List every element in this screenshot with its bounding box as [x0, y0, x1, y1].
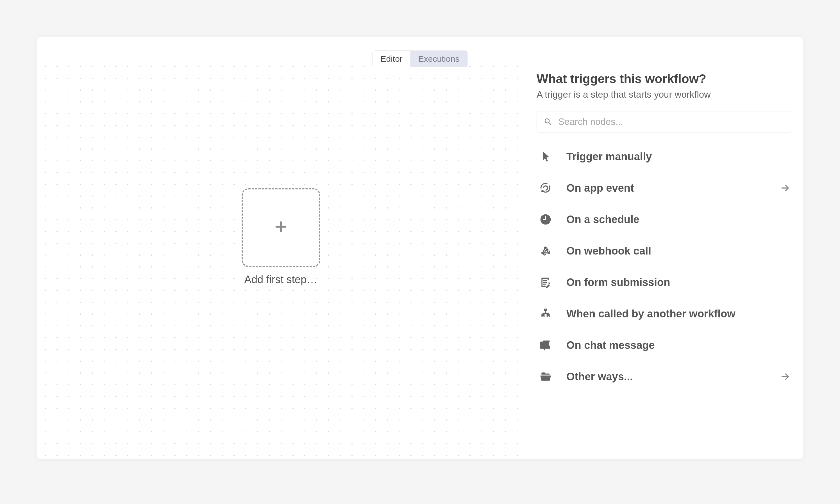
cursor-icon — [539, 150, 552, 163]
trigger-item-label: On webhook call — [566, 245, 790, 257]
trigger-item-label: On form submission — [566, 276, 790, 288]
add-first-step-container: Add first step… — [242, 188, 320, 286]
add-first-step-button[interactable] — [242, 188, 320, 267]
search-box[interactable] — [536, 111, 792, 132]
trigger-item-folder[interactable]: Other ways... — [536, 361, 792, 392]
trigger-item-form[interactable]: On form submission — [536, 267, 792, 298]
webhook-icon — [539, 244, 552, 258]
trigger-item-label: When called by another workflow — [566, 308, 790, 320]
view-tabs: Editor Executions — [372, 51, 467, 67]
trigger-item-rss[interactable]: On app event — [536, 172, 792, 204]
chat-icon — [539, 338, 552, 352]
trigger-item-label: On app event — [566, 182, 780, 194]
sitemap-icon — [539, 307, 552, 321]
trigger-panel: What triggers this workflow? A trigger i… — [525, 58, 804, 459]
svg-point-2 — [542, 190, 544, 192]
trigger-item-label: Other ways... — [566, 371, 780, 383]
add-first-step-label: Add first step… — [244, 274, 318, 286]
tab-executions[interactable]: Executions — [410, 51, 467, 67]
app-window: Editor Executions Add first step… What — [36, 37, 804, 459]
trigger-list: Trigger manuallyOn app eventOn a schedul… — [536, 141, 792, 392]
arrow-right-icon — [780, 183, 790, 193]
trigger-item-clock[interactable]: On a schedule — [536, 204, 792, 235]
trigger-item-chat[interactable]: On chat message — [536, 329, 792, 361]
trigger-item-label: Trigger manually — [566, 151, 790, 163]
trigger-item-webhook[interactable]: On webhook call — [536, 235, 792, 267]
panel-subtitle: A trigger is a step that starts your wor… — [536, 89, 792, 100]
clock-icon — [539, 213, 552, 226]
trigger-item-label: On chat message — [566, 339, 790, 352]
arrow-right-icon — [780, 372, 790, 382]
form-icon — [539, 275, 552, 289]
plus-icon — [273, 216, 289, 239]
search-icon — [544, 117, 553, 126]
tab-editor[interactable]: Editor — [373, 51, 410, 67]
folder-icon — [539, 370, 552, 383]
search-input[interactable] — [558, 116, 785, 127]
trigger-item-cursor[interactable]: Trigger manually — [536, 141, 792, 172]
main-content: Add first step… What triggers this workf… — [36, 37, 804, 459]
workflow-canvas[interactable]: Add first step… — [36, 58, 525, 459]
trigger-item-label: On a schedule — [566, 214, 790, 226]
panel-title: What triggers this workflow? — [536, 72, 792, 86]
rss-icon — [539, 181, 552, 195]
trigger-item-sitemap[interactable]: When called by another workflow — [536, 298, 792, 329]
